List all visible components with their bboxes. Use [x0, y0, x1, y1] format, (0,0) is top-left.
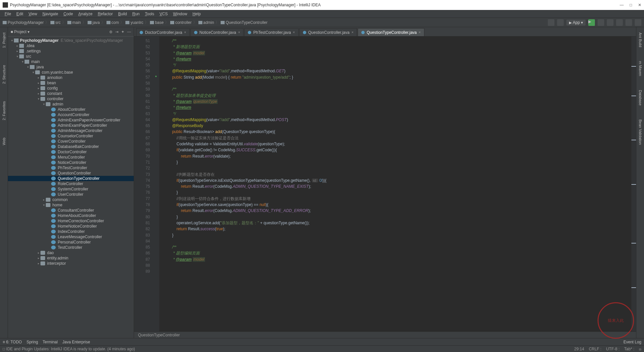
- tree-item[interactable]: ▸constant: [8, 91, 134, 96]
- sync-button[interactable]: [557, 19, 564, 26]
- settings-button[interactable]: [635, 19, 641, 26]
- menu-window[interactable]: Window: [171, 11, 189, 17]
- right-tool-stripe[interactable]: Ant Buildm MavenDatabaseBean Validation: [636, 27, 644, 338]
- tree-item[interactable]: CoverController: [8, 139, 134, 144]
- editor-tab[interactable]: PhTestController.java ×: [244, 28, 298, 36]
- maximize-button[interactable]: □: [630, 3, 632, 7]
- status-widget[interactable]: UTF-8 :: [606, 347, 620, 351]
- breadcrumb-item[interactable]: yuanlrc: [125, 20, 143, 25]
- tree-item[interactable]: ▸.settings: [8, 48, 134, 54]
- code-editor[interactable]: /** * 新增题型页面 * @param model * @return */…: [159, 36, 631, 331]
- tree-item[interactable]: AdminExamPaperController: [8, 123, 134, 128]
- error-stripe[interactable]: [631, 36, 636, 331]
- close-tab-icon[interactable]: ×: [293, 31, 295, 34]
- tree-item[interactable]: HomeNoticeController: [8, 224, 134, 229]
- tree-item[interactable]: PersonalController: [8, 240, 134, 245]
- menu-refactor[interactable]: Refactor: [96, 11, 115, 17]
- debug-button[interactable]: [598, 19, 604, 26]
- tree-item[interactable]: IndexController: [8, 229, 134, 234]
- project-view-label[interactable]: ■ Project ▾: [11, 30, 30, 34]
- tree-item[interactable]: ▸bean: [8, 80, 134, 86]
- breadcrumb-item[interactable]: controller: [170, 20, 191, 25]
- menu-edit[interactable]: Edit: [14, 11, 25, 17]
- tree-item[interactable]: ▸common: [8, 197, 134, 202]
- event-log-button[interactable]: Event Log: [623, 340, 641, 344]
- bottom-tab[interactable]: Java Enterprise: [62, 340, 90, 344]
- collapse-icon[interactable]: ⇥: [115, 30, 118, 34]
- status-message[interactable]: IDE and Plugin Updates: IntelliJ IDEA is…: [6, 347, 135, 351]
- tree-item[interactable]: ▾src: [8, 54, 134, 59]
- build-button[interactable]: [548, 19, 554, 26]
- locate-icon[interactable]: ⊕: [109, 30, 112, 34]
- menu-vcs[interactable]: VCS: [158, 11, 170, 17]
- tree-item[interactable]: AboutController: [8, 107, 134, 112]
- menu-view[interactable]: View: [27, 11, 39, 17]
- right-stripe-tab[interactable]: Database: [638, 88, 643, 107]
- breadcrumb-item[interactable]: src: [50, 20, 61, 25]
- breadcrumb-item[interactable]: main: [67, 20, 81, 25]
- tree-item[interactable]: CounselorController: [8, 133, 134, 139]
- project-tree[interactable]: ▾PsychologyManagerE:\idea_space\Psycholo…: [8, 36, 134, 338]
- tree-root[interactable]: ▾PsychologyManagerE:\idea_space\Psycholo…: [8, 38, 134, 43]
- tree-item[interactable]: NoticeController: [8, 160, 134, 165]
- tree-item[interactable]: ▸interceptor: [8, 261, 134, 266]
- menu-help[interactable]: Help: [190, 11, 203, 17]
- status-widget[interactable]: CRLF :: [589, 347, 602, 351]
- tree-item[interactable]: ▾home: [8, 202, 134, 208]
- right-stripe-tab[interactable]: Ant Build: [638, 31, 643, 49]
- breadcrumb-item[interactable]: com: [107, 20, 119, 25]
- menu-build[interactable]: Build: [116, 11, 129, 17]
- status-widget[interactable]: ⎄: [639, 347, 641, 351]
- tree-item[interactable]: ▾java: [8, 64, 134, 70]
- left-stripe-tab[interactable]: 1: Project: [1, 31, 7, 50]
- close-tab-icon[interactable]: ×: [351, 31, 353, 34]
- editor-tab[interactable]: QuestionController.java ×: [299, 28, 357, 36]
- editor-tab[interactable]: NoticeController.java ×: [190, 28, 244, 36]
- menu-navigate[interactable]: Navigate: [40, 11, 60, 17]
- tree-item[interactable]: ▸entity.admin: [8, 255, 134, 261]
- close-button[interactable]: ✕: [638, 3, 641, 7]
- status-widget[interactable]: 29:14: [574, 347, 584, 351]
- tree-item[interactable]: QuestionTypeController: [8, 176, 134, 181]
- tree-item[interactable]: RoleController: [8, 181, 134, 186]
- tree-item[interactable]: ▾controller: [8, 96, 134, 102]
- menu-tools[interactable]: Tools: [143, 11, 156, 17]
- minimize-button[interactable]: —: [620, 3, 624, 7]
- run-config-selector[interactable]: ▶ App ▾: [566, 20, 586, 26]
- stop-button[interactable]: [616, 19, 623, 26]
- close-tab-icon[interactable]: ×: [238, 31, 240, 34]
- editor-tab[interactable]: QuestionTypeController.java ×: [358, 28, 424, 36]
- bottom-tab[interactable]: Spring: [27, 340, 38, 344]
- tree-item[interactable]: ▾main: [8, 59, 134, 64]
- tree-item[interactable]: LeaveMessageController: [8, 234, 134, 240]
- run-button[interactable]: ▶: [588, 19, 595, 26]
- breadcrumb-item[interactable]: QuestionTypeController: [221, 20, 267, 25]
- hide-icon[interactable]: —: [127, 30, 131, 34]
- left-stripe-tab[interactable]: 2: Favorites: [1, 99, 7, 122]
- coverage-button[interactable]: [607, 19, 613, 26]
- menu-code[interactable]: Code: [61, 11, 75, 17]
- menu-file[interactable]: File: [3, 11, 13, 17]
- menu-analyze[interactable]: Analyze: [76, 11, 95, 17]
- tree-item[interactable]: HomeCorrectionController: [8, 218, 134, 224]
- search-everywhere-button[interactable]: [625, 19, 632, 26]
- right-stripe-tab[interactable]: m Maven: [638, 59, 643, 78]
- breadcrumb[interactable]: PsychologyManager〉src〉main〉java〉com〉yuan…: [3, 20, 267, 25]
- bottom-tab[interactable]: Terminal: [43, 340, 58, 344]
- tree-item[interactable]: AdminMessageController: [8, 128, 134, 133]
- tree-item[interactable]: ▸.idea: [8, 43, 134, 48]
- right-stripe-tab[interactable]: Bean Validation: [638, 117, 643, 147]
- breadcrumb-item[interactable]: PsychologyManager: [3, 20, 44, 25]
- breadcrumb-item[interactable]: base: [150, 20, 164, 25]
- breadcrumb-item[interactable]: admin: [198, 20, 214, 25]
- tree-item[interactable]: ConsultantController: [8, 208, 134, 213]
- tree-item[interactable]: PhTestController: [8, 165, 134, 171]
- bottom-tab[interactable]: ≡ 6: TODO: [3, 340, 22, 344]
- tree-item[interactable]: MenuController: [8, 155, 134, 160]
- tree-item[interactable]: SystemController: [8, 186, 134, 192]
- gear-icon[interactable]: ✦: [121, 30, 124, 34]
- tree-item[interactable]: HomeAboutController: [8, 213, 134, 218]
- tree-item[interactable]: UserController: [8, 192, 134, 197]
- main-menu[interactable]: FileEditViewNavigateCodeAnalyzeRefactorB…: [0, 10, 644, 18]
- tree-item[interactable]: ▸annotion: [8, 75, 134, 80]
